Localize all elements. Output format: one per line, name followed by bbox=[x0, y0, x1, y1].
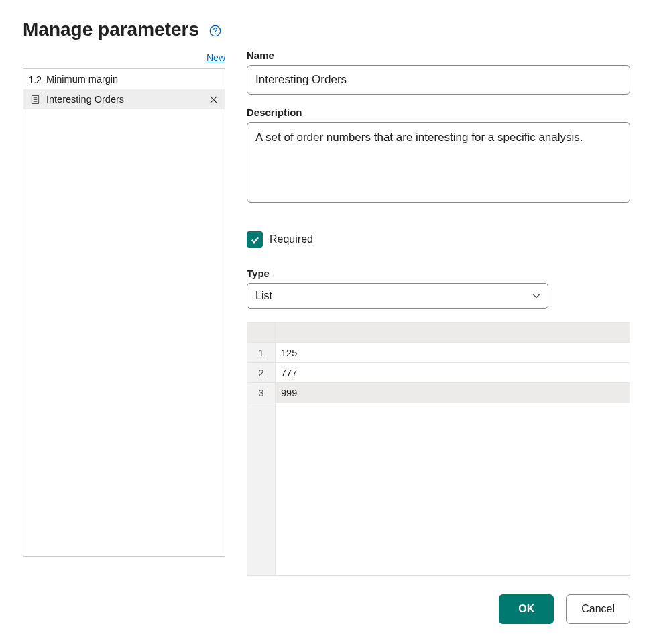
grid-row[interactable]: 3 999 bbox=[247, 383, 630, 403]
grid-value-cell[interactable]: 999 bbox=[276, 383, 630, 402]
grid-header bbox=[247, 323, 630, 343]
grid-row[interactable]: 1 125 bbox=[247, 343, 630, 363]
grid-empty-area bbox=[247, 403, 630, 576]
new-parameter-link[interactable]: New bbox=[206, 50, 225, 66]
grid-corner-cell bbox=[247, 323, 276, 342]
type-select[interactable]: List bbox=[247, 283, 548, 309]
manage-parameters-dialog: Manage parameters New 1.2 Minimum margin bbox=[0, 0, 653, 640]
svg-point-1 bbox=[215, 33, 216, 34]
required-checkbox-label: Required bbox=[270, 233, 313, 246]
number-type-icon: 1.2 bbox=[27, 72, 42, 87]
list-type-icon bbox=[27, 92, 42, 107]
grid-value-cell[interactable]: 125 bbox=[276, 343, 630, 362]
grid-rownum: 2 bbox=[247, 363, 276, 382]
parameter-label: Minimum margin bbox=[46, 74, 221, 85]
parameter-label: Interesting Orders bbox=[46, 94, 206, 105]
parameter-form-pane: Name Description A set of order numbers … bbox=[247, 50, 630, 576]
values-grid[interactable]: 1 125 2 777 3 999 bbox=[247, 322, 630, 576]
ok-button[interactable]: OK bbox=[499, 594, 554, 624]
parameter-row[interactable]: 1.2 Minimum margin bbox=[23, 69, 225, 89]
type-field-label: Type bbox=[247, 268, 630, 279]
parameter-list-pane: New 1.2 Minimum margin bbox=[23, 50, 225, 557]
name-field-label: Name bbox=[247, 50, 630, 61]
description-field-label: Description bbox=[247, 107, 630, 118]
grid-rownum: 3 bbox=[247, 383, 276, 402]
delete-parameter-icon[interactable] bbox=[206, 92, 221, 107]
grid-rownum: 1 bbox=[247, 343, 276, 362]
help-icon[interactable] bbox=[207, 23, 223, 39]
description-input[interactable]: A set of order numbers that are interest… bbox=[247, 122, 630, 203]
cancel-button[interactable]: Cancel bbox=[566, 594, 630, 624]
type-select-value: List bbox=[255, 290, 272, 302]
grid-value-cell[interactable]: 777 bbox=[276, 363, 630, 382]
dialog-title: Manage parameters bbox=[23, 19, 199, 40]
name-input[interactable] bbox=[247, 65, 630, 95]
grid-row[interactable]: 2 777 bbox=[247, 363, 630, 383]
parameter-listbox[interactable]: 1.2 Minimum margin Interesting Orders bbox=[23, 68, 225, 557]
dialog-footer: OK Cancel bbox=[23, 594, 630, 624]
parameter-row[interactable]: Interesting Orders bbox=[23, 89, 225, 109]
grid-header-cell bbox=[276, 323, 630, 342]
required-checkbox[interactable] bbox=[247, 231, 263, 248]
